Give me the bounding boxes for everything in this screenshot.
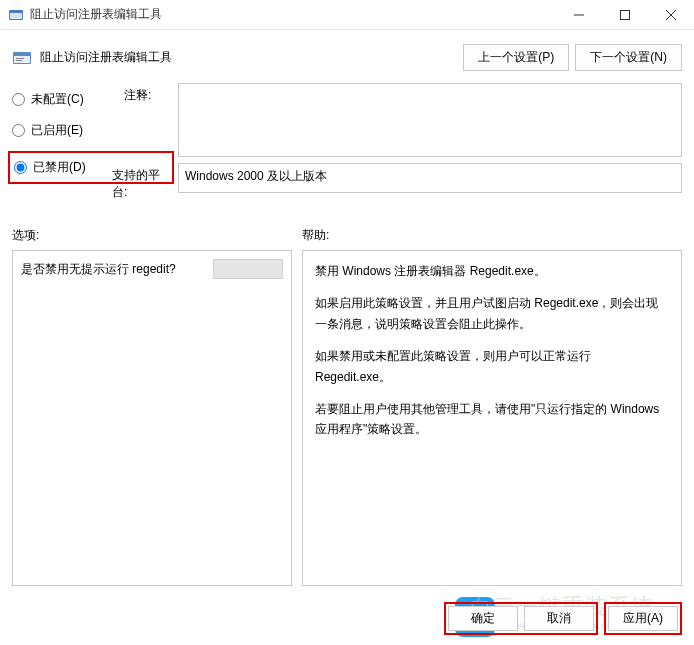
platform-field[interactable]: Windows 2000 及以上版本: [178, 163, 682, 193]
window-title: 阻止访问注册表编辑工具: [30, 6, 556, 23]
platform-label: 支持的平台:: [112, 163, 178, 201]
highlight-ok-cancel: 确定 取消: [444, 602, 598, 635]
section-labels: 选项: 帮助:: [0, 207, 694, 250]
titlebar: 阻止访问注册表编辑工具: [0, 0, 694, 30]
radio-not-configured-input[interactable]: [12, 93, 25, 106]
window-controls: [556, 0, 694, 29]
svg-rect-9: [14, 53, 30, 56]
option-regedit-prompt: 是否禁用无提示运行 regedit?: [21, 259, 283, 279]
help-label: 帮助:: [302, 227, 682, 244]
highlight-apply: 应用(A): [604, 602, 682, 635]
footer-buttons: 确定 取消 应用(A): [444, 602, 682, 635]
radio-not-configured-label: 未配置(C): [31, 91, 84, 108]
comment-label: 注释:: [124, 83, 178, 157]
close-button[interactable]: [648, 0, 694, 29]
prev-setting-button[interactable]: 上一个设置(P): [463, 44, 569, 71]
svg-rect-10: [16, 58, 24, 59]
options-label: 选项:: [12, 227, 302, 244]
policy-icon: [12, 48, 32, 68]
fields-column: 注释: 支持的平台: Windows 2000 及以上版本: [172, 83, 682, 207]
config-section: 未配置(C) 已启用(E) 已禁用(D) 注释: 支持的平台: Windows …: [0, 83, 694, 207]
comment-textarea[interactable]: [178, 83, 682, 157]
svg-rect-4: [621, 10, 630, 19]
radio-enabled-input[interactable]: [12, 124, 25, 137]
apply-button[interactable]: 应用(A): [608, 606, 678, 631]
svg-rect-11: [16, 60, 22, 61]
help-paragraph-2: 如果启用此策略设置，并且用户试图启动 Regedit.exe，则会出现一条消息，…: [315, 293, 669, 334]
radio-enabled-label: 已启用(E): [31, 122, 83, 139]
radio-disabled-input[interactable]: [14, 161, 27, 174]
app-icon: [8, 7, 24, 23]
help-panel[interactable]: 禁用 Windows 注册表编辑器 Regedit.exe。 如果启用此策略设置…: [302, 250, 682, 586]
ok-button[interactable]: 确定: [448, 606, 518, 631]
lower-section: 是否禁用无提示运行 regedit? 禁用 Windows 注册表编辑器 Reg…: [0, 250, 694, 586]
radio-disabled-label: 已禁用(D): [33, 159, 86, 176]
cancel-button[interactable]: 取消: [524, 606, 594, 631]
svg-rect-2: [10, 11, 22, 13]
header: 阻止访问注册表编辑工具 上一个设置(P) 下一个设置(N): [0, 30, 694, 79]
option-regedit-label: 是否禁用无提示运行 regedit?: [21, 261, 176, 278]
help-paragraph-4: 若要阻止用户使用其他管理工具，请使用"只运行指定的 Windows 应用程序"策…: [315, 399, 669, 440]
next-setting-button[interactable]: 下一个设置(N): [575, 44, 682, 71]
option-regedit-select[interactable]: [213, 259, 283, 279]
minimize-button[interactable]: [556, 0, 602, 29]
help-paragraph-3: 如果禁用或未配置此策略设置，则用户可以正常运行 Regedit.exe。: [315, 346, 669, 387]
help-paragraph-1: 禁用 Windows 注册表编辑器 Regedit.exe。: [315, 261, 669, 281]
maximize-button[interactable]: [602, 0, 648, 29]
options-panel: 是否禁用无提示运行 regedit?: [12, 250, 292, 586]
page-title: 阻止访问注册表编辑工具: [40, 49, 463, 66]
